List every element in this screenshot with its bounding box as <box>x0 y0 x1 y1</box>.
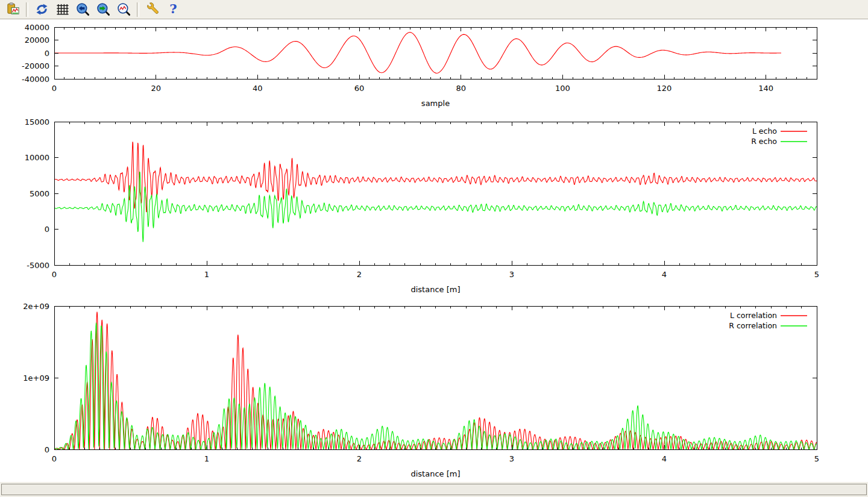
x-tick-label: 2 <box>357 270 362 279</box>
y-tick-label: 15000 <box>25 117 49 127</box>
refresh-arrows-icon <box>35 2 49 16</box>
copy-to-clipboard-button[interactable] <box>3 1 22 19</box>
x-tick-label: 1 <box>204 454 209 463</box>
x-tick-label: 120 <box>657 84 672 93</box>
grid-icon <box>55 2 69 16</box>
zoom-next-button[interactable] <box>93 1 113 19</box>
y-tick-label: -20000 <box>22 61 49 70</box>
y-tick-label: 0 <box>45 445 49 454</box>
x-tick-label: 60 <box>354 84 365 93</box>
charts-svg[interactable]: 020406080100120140-40000-200000200004000… <box>0 20 868 481</box>
wrench-icon <box>146 2 160 16</box>
chart-0: 020406080100120140-40000-200000200004000… <box>22 23 817 108</box>
x-axis-label: distance [m] <box>410 469 460 478</box>
x-axis-label: distance [m] <box>410 285 460 294</box>
x-tick-label: 3 <box>509 270 514 279</box>
y-tick-label: 0 <box>45 49 49 58</box>
x-tick-label: 5 <box>814 270 819 279</box>
series-line <box>54 172 817 242</box>
series-line <box>54 312 817 449</box>
x-tick-label: 0 <box>52 454 57 463</box>
legend-label: R correlation <box>729 321 777 330</box>
x-tick-label: 20 <box>151 84 161 93</box>
x-tick-label: 4 <box>662 454 667 463</box>
svg-text:?: ? <box>169 2 177 16</box>
help-button[interactable]: ? <box>163 1 183 19</box>
y-tick-label: 40000 <box>25 23 49 32</box>
y-tick-label: 2e+09 <box>23 302 49 311</box>
toggle-grid-button[interactable] <box>52 1 72 19</box>
toolbar-separator <box>26 2 28 17</box>
question-mark-icon: ? <box>166 2 180 16</box>
x-tick-label: 140 <box>758 84 773 93</box>
toolbar: ? <box>0 0 868 19</box>
plot-border <box>54 306 817 449</box>
x-tick-label: 3 <box>509 454 514 463</box>
x-tick-label: 0 <box>52 84 57 93</box>
y-tick-label: 1e+09 <box>23 374 49 383</box>
y-tick-label: 5000 <box>30 189 49 198</box>
autoscale-button[interactable] <box>114 1 133 19</box>
zoom-previous-button[interactable] <box>73 1 92 19</box>
x-axis-label: sample <box>421 99 450 108</box>
legend-label: L echo <box>752 127 777 136</box>
chart-2: 01234501e+092e+09distance [m]L correlati… <box>23 302 819 479</box>
x-tick-label: 80 <box>456 84 466 93</box>
legend-label: R echo <box>751 137 777 146</box>
magnifier-right-arrow-icon <box>96 2 110 16</box>
chart-1: 012345-5000050001000015000distance [m]L … <box>25 117 820 295</box>
x-tick-label: 2 <box>357 454 362 463</box>
toolbar-separator <box>137 2 139 17</box>
y-tick-label: -40000 <box>22 75 49 84</box>
plot-border <box>54 27 817 79</box>
magnifier-plot-icon <box>117 2 131 16</box>
configure-button[interactable] <box>143 1 162 19</box>
magnifier-left-arrow-icon <box>76 2 90 16</box>
x-tick-label: 40 <box>253 84 263 93</box>
plot-canvas[interactable]: 020406080100120140-40000-200000200004000… <box>0 20 868 481</box>
legend-label: L correlation <box>730 311 777 320</box>
replot-button[interactable] <box>32 1 51 19</box>
x-tick-label: 100 <box>555 84 570 93</box>
plot-border <box>54 122 817 265</box>
x-tick-label: 5 <box>814 454 819 463</box>
statusbar-message <box>1 484 867 495</box>
y-tick-label: -5000 <box>27 261 49 270</box>
y-tick-label: 10000 <box>25 153 49 162</box>
x-tick-label: 4 <box>662 270 667 279</box>
statusbar <box>0 481 868 497</box>
clipboard-plot-icon <box>6 2 20 16</box>
y-tick-label: 20000 <box>25 36 49 45</box>
x-tick-label: 0 <box>52 270 57 279</box>
series-line <box>54 33 781 73</box>
series-line <box>54 142 817 211</box>
x-tick-label: 1 <box>204 270 209 279</box>
y-tick-label: 0 <box>45 225 49 234</box>
series-line <box>54 324 817 449</box>
